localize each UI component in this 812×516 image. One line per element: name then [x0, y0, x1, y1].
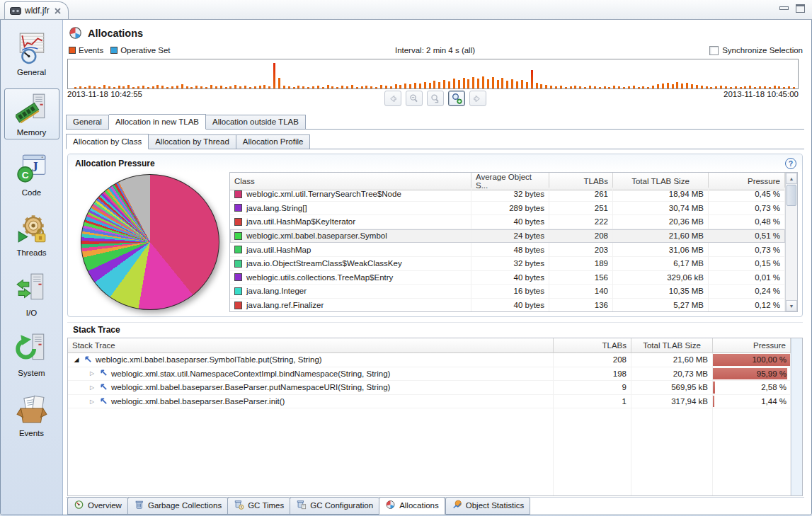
zoom-range-button[interactable] [427, 91, 444, 106]
timeline-bar [288, 86, 290, 88]
bottom-tab-gc-times[interactable]: GC Times [227, 497, 290, 515]
allocation-table-row[interactable]: java.io.ObjectStreamClass$WeakClassKey32… [230, 257, 785, 271]
class-name: java.lang.String[] [246, 204, 307, 212]
cell-value: 0,01 % [709, 271, 785, 285]
stack-column-header-tlabs[interactable]: TLABs [554, 338, 631, 353]
subtab-allocation-by-thread[interactable]: Allocation by Thread [149, 134, 236, 149]
cell-value: 208 [554, 353, 631, 367]
timeline-bar [93, 86, 96, 88]
allocation-table-row[interactable]: java.lang.String[]289 bytes25130,74 MB0,… [230, 202, 785, 216]
timeline-bar [672, 84, 674, 88]
timeline-bar [574, 86, 576, 88]
timeline-chart[interactable] [67, 59, 799, 89]
timeline-bar [783, 87, 785, 88]
cell-value: 40 bytes [471, 215, 549, 229]
nav-forward-button[interactable] [469, 91, 486, 106]
cell-value: 0,45 % [709, 188, 785, 202]
timeline-bar [244, 86, 246, 88]
timeline-bar [336, 87, 338, 88]
sidebar-item-io[interactable]: I/O [4, 269, 59, 320]
synchronize-selection-checkbox[interactable]: Synchronize Selection [709, 46, 803, 55]
editor-tab-wldf[interactable]: wldf.jfr [4, 1, 69, 19]
timeline-bar [302, 86, 304, 88]
stack-column-header-stack-trace[interactable]: Stack Trace [68, 338, 554, 353]
stack-trace-row[interactable]: ▷weblogic.xml.babel.baseparser.BaseParse… [68, 395, 791, 409]
stack-column-header-pressure[interactable]: Pressure [713, 338, 791, 353]
timeline-bar [608, 87, 610, 88]
class-color-swatch [234, 232, 242, 240]
timeline-bar [774, 86, 776, 88]
timeline-bar [706, 86, 708, 88]
sidebar-item-memory[interactable]: Memory [4, 88, 59, 139]
zoom-in-button[interactable] [448, 91, 465, 106]
allocations-icon [385, 500, 396, 511]
tab-allocation-outside-tlab[interactable]: Allocation outside TLAB [206, 115, 306, 130]
page-title: Allocations [88, 28, 143, 39]
allocation-table-row[interactable]: weblogic.xml.babel.baseparser.Symbol24 b… [230, 229, 785, 243]
bottom-tab-allocations[interactable]: Allocations [379, 497, 445, 515]
bottom-tab-overview[interactable]: Overview [67, 497, 127, 515]
stack-trace-row[interactable]: ◢weblogic.xml.babel.baseparser.SymbolTab… [68, 353, 791, 367]
timeline-bar [778, 86, 780, 88]
pressure-value: 100,00 % [752, 355, 787, 364]
timeline-bar [273, 63, 275, 88]
nav-back-button[interactable] [384, 91, 401, 106]
timeline-bar [346, 86, 348, 88]
bottom-tab-garbage-collections[interactable]: Garbage Collections [127, 497, 227, 515]
threads-icon [16, 212, 48, 247]
subtab-allocation-profile[interactable]: Allocation Profile [236, 134, 311, 149]
minimize-icon[interactable] [779, 6, 789, 10]
allocation-table-row[interactable]: java.util.HashMap$KeyIterator40 bytes222… [230, 215, 785, 229]
stack-trace-row[interactable]: ▷weblogic.xml.babel.baseparser.BaseParse… [68, 381, 791, 395]
scroll-up-icon[interactable]: ▲ [786, 173, 797, 184]
tree-expand-icon[interactable]: ▷ [88, 370, 96, 377]
tree-collapse-icon[interactable]: ◢ [72, 356, 81, 363]
method-name: weblogic.xml.babel.baseparser.SymbolTabl… [96, 355, 322, 364]
maximize-icon[interactable] [796, 4, 805, 13]
scroll-down-icon[interactable]: ▼ [786, 300, 797, 311]
timeline-bar [458, 80, 460, 88]
allocation-table-row[interactable]: weblogic.utils.collections.TreeMap$Entry… [230, 271, 785, 285]
allocation-table-scrollbar[interactable]: ▲ ▼ [785, 173, 797, 311]
sidebar-item-events[interactable]: Events [4, 389, 59, 440]
sidebar-item-general[interactable]: General [4, 28, 59, 79]
timeline-bar [604, 86, 606, 88]
cell-value: 0,48 % [709, 215, 785, 229]
bottom-tab-object-statistics[interactable]: Object Statistics [445, 497, 530, 515]
timeline-bar [118, 86, 120, 88]
sidebar-item-threads[interactable]: Threads [4, 209, 59, 260]
stack-trace-scrollbar[interactable] [791, 338, 802, 495]
timeline-bar [220, 86, 222, 88]
zoom-out-button[interactable] [406, 91, 423, 106]
close-tab-icon[interactable] [53, 6, 62, 16]
allocation-table-row[interactable]: java.util.HashMap48 bytes20331,06 MB0,73… [230, 243, 785, 257]
timeline-bar [769, 87, 771, 88]
timeline-bar [667, 83, 669, 88]
timeline-bar [453, 79, 455, 88]
allocation-pie-chart[interactable] [81, 174, 219, 310]
tree-expand-icon[interactable]: ▷ [88, 399, 96, 405]
scrollbar-thumb[interactable] [787, 185, 796, 206]
subtab-allocation-by-class[interactable]: Allocation by Class [66, 134, 149, 149]
timeline-bar [676, 82, 678, 88]
io-icon [16, 273, 48, 307]
timeline-bar [618, 86, 620, 88]
stack-trace-row[interactable]: ▷weblogic.xml.stax.util.NamespaceContext… [68, 367, 791, 382]
sidebar-item-system[interactable]: System [4, 329, 59, 380]
bottom-tab-gc-configuration[interactable]: GC Configuration [290, 497, 379, 515]
timeline-bar [414, 83, 416, 88]
checkbox-box[interactable] [709, 46, 719, 55]
timeline-bar [210, 85, 212, 88]
tree-expand-icon[interactable]: ▷ [88, 384, 96, 391]
allocation-table-row[interactable]: java.lang.ref.Finalizer40 bytes1365,27 M… [230, 299, 785, 311]
sidebar-item-code[interactable]: JCCode [4, 149, 59, 200]
timeline-bar [584, 87, 586, 88]
allocation-table-row[interactable]: weblogic.xml.util.TernarySearchTree$Node… [230, 188, 785, 202]
pressure-cell: 95,99 % [713, 367, 791, 382]
tab-general[interactable]: General [66, 115, 109, 130]
tab-allocation-in-new-tlab[interactable]: Allocation in new TLAB [109, 114, 206, 130]
allocation-table-row[interactable]: java.lang.Integer16 bytes14010,35 MB0,24… [230, 285, 785, 299]
help-icon[interactable]: ? [785, 158, 796, 169]
stack-column-header-total-tlab-size[interactable]: Total TLAB Size [631, 338, 713, 353]
legend-row: Events Operative Set Interval: 2 min 4 s… [66, 42, 804, 58]
